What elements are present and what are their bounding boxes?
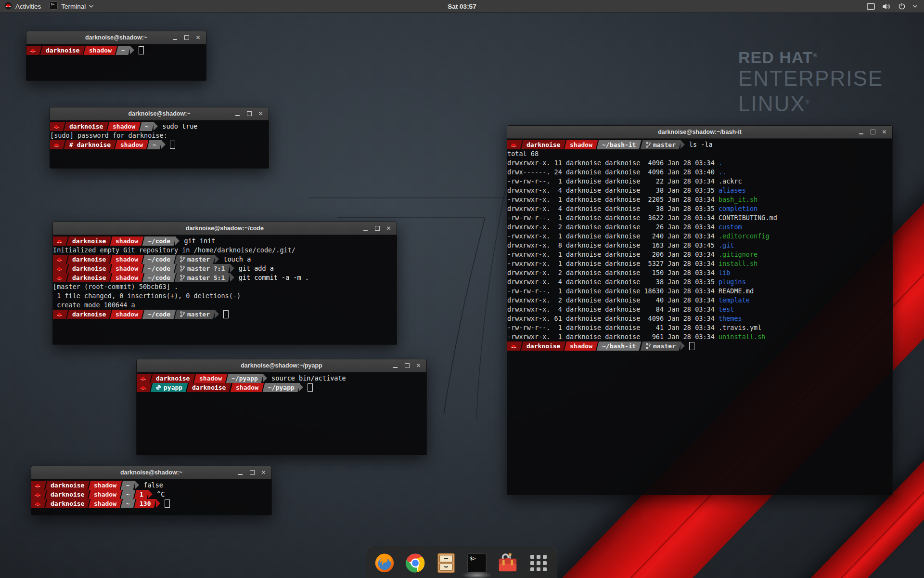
dock-item-toolbox[interactable]: [497, 552, 519, 574]
minimize-button[interactable]: [362, 225, 369, 232]
terminal-window[interactable]: darknoise@shadow:~✕darknoiseshadow~sudo …: [50, 107, 269, 169]
dock-item-app-grid[interactable]: [527, 552, 550, 574]
terminal-content[interactable]: darknoiseshadow~/codegit initInitialized…: [53, 235, 397, 344]
command-text: git add a: [239, 264, 274, 273]
host-segment: shadow: [110, 273, 144, 282]
system-status-area[interactable]: [860, 0, 924, 13]
close-button[interactable]: ✕: [415, 362, 422, 369]
terminal-cursor: [223, 310, 229, 318]
window-titlebar[interactable]: darknoise@shadow:~/code✕: [53, 222, 397, 235]
window-titlebar[interactable]: darknoise@shadow:~✕: [26, 31, 206, 44]
path-segment: ~: [121, 490, 136, 499]
file-name: .git: [719, 241, 734, 249]
host-segment: shadow: [107, 122, 141, 131]
dock-item-chrome[interactable]: [404, 552, 426, 574]
terminal-content[interactable]: darknoiseshadow~falsedarknoiseshadow~1^C…: [31, 479, 271, 515]
window-title: darknoise@shadow:~/code: [53, 225, 397, 232]
terminal-content[interactable]: darknoiseshadow~/bash-itmasterls -latota…: [507, 139, 892, 495]
path-segment: ~/code: [142, 273, 176, 282]
file-name: plugins: [719, 278, 746, 286]
files-icon: [436, 552, 456, 574]
terminal-content[interactable]: darknoiseshadow~/pyappsource bin/activat…: [137, 372, 426, 455]
terminal-window[interactable]: darknoise@shadow:~✕darknoiseshadow~false…: [31, 466, 272, 515]
desktop: RED HAT® ENTERPRISE LINUX® darknoise@sha…: [0, 0, 924, 578]
prompt-line: darknoiseshadow~/codegit init: [53, 236, 397, 246]
window-titlebar[interactable]: darknoise@shadow:~✕: [31, 466, 271, 479]
redhat-prompt-icon: [53, 273, 68, 282]
file-name: install.sh: [719, 260, 757, 267]
volume-icon: [882, 3, 891, 10]
window-titlebar[interactable]: darknoise@shadow:~✕: [50, 107, 269, 120]
redhat-prompt-icon: [31, 490, 46, 499]
user-segment: darknoise: [521, 140, 566, 149]
file-list-row: drwxrwxr-x. 8 darknoise darknoise 163 Ja…: [507, 241, 892, 250]
terminal-content[interactable]: darknoiseshadow~sudo true[sudo] password…: [50, 120, 269, 168]
file-list-row: -rw-rw-r--. 1 darknoise darknoise 41 Jan…: [507, 323, 892, 332]
maximize-button[interactable]: [869, 129, 876, 136]
terminal-window[interactable]: darknoise@shadow:~/pyapp✕darknoiseshadow…: [136, 359, 427, 455]
command-text: false: [143, 481, 163, 490]
minimize-button[interactable]: [392, 362, 399, 369]
path-segment: ~/code: [142, 236, 176, 246]
maximize-button[interactable]: [183, 34, 190, 41]
dock: $>: [366, 546, 557, 578]
user-segment: # darknoise: [64, 140, 116, 149]
terminal-window[interactable]: darknoise@shadow:~/code✕darknoiseshadow~…: [52, 222, 397, 345]
close-button[interactable]: ✕: [194, 34, 202, 41]
dock-item-files[interactable]: [435, 552, 457, 574]
window-titlebar[interactable]: darknoise@shadow:~/bash-it✕: [507, 126, 892, 139]
activities-button[interactable]: Activities: [0, 0, 45, 13]
svg-text:$>: $>: [470, 556, 475, 561]
maximize-button[interactable]: [245, 110, 253, 118]
file-list-row: drwxrwxr-x. 4 darknoise darknoise 38 Jan…: [507, 186, 892, 195]
file-name: template: [719, 296, 750, 304]
clock[interactable]: Sat 03:57: [448, 0, 476, 13]
app-menu-terminal[interactable]: $> Terminal: [45, 0, 98, 13]
file-name: custom: [719, 223, 742, 231]
prompt-arrow: [154, 122, 158, 131]
maximize-button[interactable]: [373, 225, 381, 232]
exit-segment: 130: [134, 499, 156, 508]
host-segment: shadow: [89, 481, 122, 490]
prompt-arrow: [680, 342, 685, 350]
minimize-button[interactable]: [237, 469, 244, 476]
host-segment: shadow: [110, 264, 144, 273]
command-text: sudo true: [162, 122, 197, 131]
close-button[interactable]: ✕: [881, 129, 888, 136]
prompt-line: darknoiseshadow~false: [31, 481, 271, 490]
git-branch-segment: master ?:1: [175, 264, 231, 273]
close-button[interactable]: ✕: [257, 110, 264, 118]
terminal-window[interactable]: darknoise@shadow:~✕darknoiseshadow~: [26, 31, 206, 81]
terminal-content[interactable]: darknoiseshadow~: [26, 44, 206, 80]
window-titlebar[interactable]: darknoise@shadow:~/pyapp✕: [137, 359, 426, 372]
maximize-button[interactable]: [248, 469, 256, 476]
file-name: test: [719, 305, 734, 313]
user-segment: darknoise: [151, 374, 195, 383]
prompt-arrow: [680, 140, 685, 149]
prompt-arrow: [175, 236, 180, 245]
minimize-button[interactable]: [858, 129, 865, 136]
rhel-logo-line1: RED HAT®: [738, 48, 883, 67]
prompt-arrow: [161, 140, 166, 149]
minimize-button[interactable]: [171, 34, 179, 41]
host-segment: shadow: [565, 140, 598, 149]
close-button[interactable]: ✕: [260, 469, 267, 476]
prompt-arrow: [230, 264, 234, 273]
host-segment: shadow: [115, 140, 149, 149]
close-button[interactable]: ✕: [385, 225, 392, 232]
user-segment: darknoise: [40, 46, 85, 55]
dock-item-terminal[interactable]: $>: [466, 552, 488, 574]
git-branch-segment: master: [641, 140, 681, 149]
maximize-button[interactable]: [403, 362, 411, 369]
git-branch-segment: master: [641, 342, 681, 351]
prompt-line: # darknoiseshadow~: [50, 140, 269, 149]
path-segment: ~: [140, 122, 154, 131]
dock-item-firefox[interactable]: [373, 552, 396, 574]
file-list-row: -rwxrwxr-x. 1 darknoise darknoise 961 Ja…: [507, 332, 892, 342]
path-segment: ~: [121, 481, 136, 490]
file-name: completion: [719, 205, 757, 212]
minimize-button[interactable]: [234, 110, 241, 118]
output-line: create mode 100644 a: [53, 301, 397, 310]
terminal-window[interactable]: darknoise@shadow:~/bash-it✕darknoiseshad…: [507, 125, 893, 495]
file-list-row: -rw-rw-r--. 1 darknoise darknoise 18630 …: [507, 287, 892, 296]
